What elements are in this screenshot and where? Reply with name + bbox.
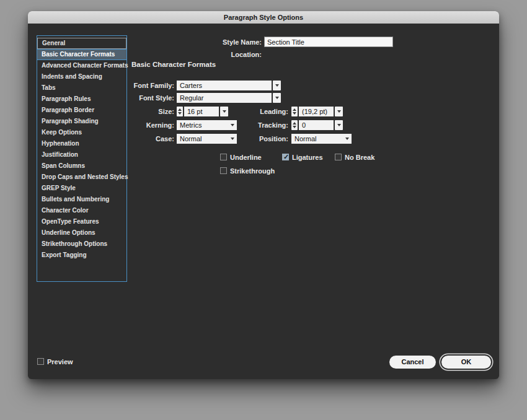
tracking-label: Tracking: bbox=[209, 121, 288, 129]
position-value: Normal bbox=[294, 135, 316, 142]
ligatures-checkbox-label: Ligatures bbox=[292, 154, 323, 162]
arrow-up-icon bbox=[178, 108, 182, 111]
dialog-titlebar[interactable]: Paragraph Style Options bbox=[28, 11, 499, 24]
ligatures-checkbox[interactable] bbox=[282, 154, 289, 160]
chevron-down-icon bbox=[275, 84, 279, 87]
no-break-checkbox[interactable] bbox=[335, 154, 342, 160]
leading-field[interactable]: (19,2 pt) bbox=[299, 107, 334, 116]
preview-checkbox-label: Preview bbox=[47, 358, 73, 366]
font-style-select[interactable]: Regular bbox=[177, 93, 272, 103]
preview-checkbox[interactable] bbox=[37, 358, 44, 365]
font-style-dropdown-button[interactable] bbox=[273, 93, 281, 103]
chevron-down-icon bbox=[275, 97, 279, 99]
paragraph-style-options-dialog: Paragraph Style Options General Basic Ch… bbox=[28, 11, 499, 379]
size-label: Size: bbox=[87, 108, 174, 116]
sidebar-item-general[interactable]: General bbox=[37, 38, 126, 49]
style-name-input[interactable] bbox=[264, 37, 393, 47]
no-break-checkbox-label: No Break bbox=[345, 154, 374, 162]
chevron-down-icon bbox=[345, 138, 349, 140]
sidebar-item-underline-options[interactable]: Underline Options bbox=[37, 227, 126, 238]
arrow-down-icon bbox=[293, 126, 296, 128]
sidebar-item-justification[interactable]: Justification bbox=[37, 149, 126, 160]
sidebar-item-bullets-and-numbering[interactable]: Bullets and Numbering bbox=[37, 194, 126, 205]
sidebar-item-basic-character-formats[interactable]: Basic Character Formats bbox=[37, 49, 126, 60]
tracking-field[interactable]: 0 bbox=[299, 120, 334, 130]
arrow-down-icon bbox=[178, 112, 182, 115]
case-label: Case: bbox=[87, 135, 174, 143]
location-label: Location: bbox=[187, 51, 262, 59]
font-family-dropdown-button[interactable] bbox=[273, 81, 281, 90]
tracking-dropdown-button[interactable] bbox=[335, 120, 343, 130]
kerning-value: Metrics bbox=[180, 121, 202, 129]
sidebar-item-character-color[interactable]: Character Color bbox=[37, 205, 126, 216]
arrow-up-icon bbox=[293, 122, 296, 125]
sidebar-item-indents-and-spacing[interactable]: Indents and Spacing bbox=[37, 71, 126, 82]
chevron-down-icon bbox=[337, 110, 341, 113]
sidebar-item-drop-caps-and-nested-styles[interactable]: Drop Caps and Nested Styles bbox=[37, 172, 126, 183]
sidebar-item-span-columns[interactable]: Span Columns bbox=[37, 160, 126, 172]
underline-checkbox[interactable] bbox=[220, 154, 227, 160]
font-family-label: Font Family: bbox=[87, 82, 174, 90]
font-style-label: Font Style: bbox=[87, 94, 174, 102]
kerning-label: Kerning: bbox=[87, 121, 174, 129]
sidebar-item-opentype-features[interactable]: OpenType Features bbox=[37, 216, 126, 227]
cancel-button[interactable]: Cancel bbox=[389, 356, 436, 369]
size-stepper[interactable] bbox=[177, 107, 183, 116]
leading-stepper[interactable] bbox=[291, 107, 298, 116]
case-value: Normal bbox=[180, 135, 202, 142]
ok-button[interactable]: OK bbox=[441, 356, 491, 369]
strikethrough-checkbox[interactable] bbox=[220, 167, 227, 174]
position-label: Position: bbox=[209, 135, 288, 143]
style-name-label: Style Name: bbox=[187, 38, 262, 46]
section-heading: Basic Character Formats bbox=[131, 61, 216, 68]
underline-checkbox-label: Underline bbox=[230, 154, 262, 162]
font-family-select[interactable]: Carters bbox=[177, 81, 272, 90]
leading-dropdown-button[interactable] bbox=[335, 107, 343, 116]
tracking-stepper[interactable] bbox=[291, 120, 298, 130]
dialog-title: Paragraph Style Options bbox=[224, 14, 303, 21]
arrow-up-icon bbox=[293, 108, 296, 111]
sidebar-item-advanced-character-formats[interactable]: Advanced Character Formats bbox=[37, 60, 126, 71]
sidebar-item-strikethrough-options[interactable]: Strikethrough Options bbox=[37, 238, 126, 250]
sidebar-item-grep-style[interactable]: GREP Style bbox=[37, 183, 126, 194]
strikethrough-checkbox-label: Strikethrough bbox=[230, 167, 275, 175]
position-select[interactable]: Normal bbox=[291, 134, 352, 144]
arrow-down-icon bbox=[293, 112, 296, 115]
category-list: General Basic Character Formats Advanced… bbox=[37, 35, 127, 282]
chevron-down-icon bbox=[337, 124, 341, 126]
sidebar-item-export-tagging[interactable]: Export Tagging bbox=[37, 250, 126, 261]
leading-label: Leading: bbox=[209, 108, 288, 116]
